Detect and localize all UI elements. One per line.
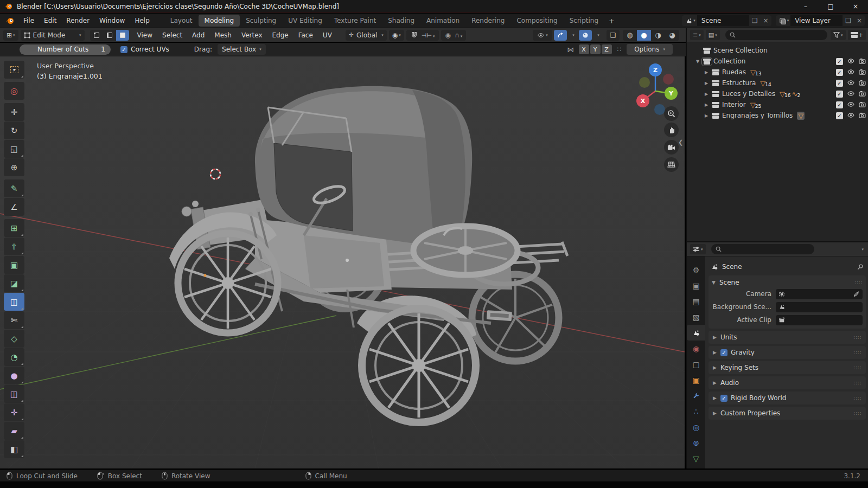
hide-eye-icon[interactable] <box>847 91 855 97</box>
tab-uv-editing[interactable]: UV Editing <box>282 15 328 27</box>
tab-sculpting[interactable]: Sculpting <box>240 15 282 27</box>
tool-poly-build[interactable]: ◇ <box>4 330 24 348</box>
disclosure-closed-icon[interactable]: ▶ <box>703 113 710 118</box>
tab-object-data[interactable]: ▽ <box>687 451 705 466</box>
minimize-button[interactable]: – <box>793 0 818 13</box>
collection-checkbox[interactable]: ✓ <box>836 101 843 108</box>
tool-spin[interactable]: ◔ <box>4 348 24 366</box>
tool-rip-region[interactable]: ◧ <box>4 440 24 458</box>
tab-particles[interactable]: ∴ <box>687 403 705 419</box>
section-units[interactable]: ▶Units ∷∷ <box>709 331 866 344</box>
zoom-button[interactable] <box>664 106 679 121</box>
tool-smooth[interactable]: ● <box>4 367 24 384</box>
camera-restrict-icon[interactable] <box>859 69 866 75</box>
view-layer-selector[interactable]: ▾ View Layer ❏ × <box>776 15 865 26</box>
tab-output[interactable]: ▤ <box>687 293 705 309</box>
drag-handle[interactable]: ∷∷ <box>853 380 861 386</box>
hide-eye-icon[interactable] <box>847 69 855 75</box>
tool-bevel[interactable]: ◪ <box>4 274 24 292</box>
menu-select[interactable]: Select <box>157 30 187 41</box>
drag-handle[interactable]: ∷∷ <box>853 395 861 401</box>
solid-shading-button[interactable]: ● <box>637 30 651 41</box>
correct-uvs-checkbox[interactable]: ✓ <box>120 46 127 53</box>
face-select-button[interactable] <box>116 30 129 41</box>
tab-collection[interactable]: ▢ <box>687 356 705 372</box>
edge-select-button[interactable] <box>103 30 116 41</box>
outliner-row-scene-collection[interactable]: Scene Collection <box>687 45 868 56</box>
material-shading-button[interactable]: ◑ <box>651 30 665 41</box>
xray-toggle[interactable]: ❏ <box>607 30 620 41</box>
viewport-canvas[interactable] <box>0 56 685 468</box>
show-gizmo-toggle[interactable] <box>554 30 567 41</box>
drag-mode-dropdown[interactable]: Select Box▾ <box>218 44 266 55</box>
tool-measure[interactable]: ∠ <box>4 198 24 216</box>
disclosure-closed-icon[interactable]: ▶ <box>703 102 710 107</box>
menu-edge[interactable]: Edge <box>267 30 293 41</box>
camera-restrict-icon[interactable] <box>859 58 866 64</box>
filter-dropdown[interactable]: ▾ <box>831 30 846 40</box>
tool-cursor[interactable]: ◎ <box>4 82 24 100</box>
pin-icon[interactable] <box>857 264 864 271</box>
gravity-checkbox[interactable]: ✓ <box>720 349 727 356</box>
menu-window[interactable]: Window <box>94 15 130 26</box>
panel-collapse-chevron[interactable]: ❮ <box>678 139 683 146</box>
section-audio[interactable]: ▶Audio ∷∷ <box>709 376 866 389</box>
tab-world[interactable]: ◉ <box>687 341 705 356</box>
pivot-point-dropdown[interactable]: ◉▾ <box>389 30 404 41</box>
editor-type-button[interactable]: ⊞▾ <box>3 30 18 41</box>
camera-restrict-icon[interactable] <box>859 101 866 107</box>
add-workspace-button[interactable]: + <box>604 17 619 25</box>
tab-scripting[interactable]: Scripting <box>564 15 604 27</box>
tab-view-layer[interactable]: ▧ <box>687 309 705 325</box>
falloff-dropdown[interactable]: ∩▾ <box>453 31 464 39</box>
viewport-3d[interactable]: User Perspective (3) Engranaje1.001 ➤ ◎ … <box>0 56 685 468</box>
tool-shear[interactable]: ▰ <box>4 422 24 440</box>
tool-annotate[interactable]: ✎ <box>4 179 24 197</box>
menu-face[interactable]: Face <box>293 30 318 41</box>
tool-move[interactable]: ✛ <box>4 103 24 121</box>
menu-vertex[interactable]: Vertex <box>237 30 267 41</box>
ortho-toggle-button[interactable] <box>664 157 679 172</box>
tool-edge-slide[interactable]: ◫ <box>4 385 24 403</box>
disclosure-closed-icon[interactable]: ▶ <box>703 92 710 97</box>
scene-name[interactable]: Scene <box>697 15 749 26</box>
visibility-dropdown[interactable]: ▾ <box>533 30 552 41</box>
outliner-row[interactable]: ▶ Interior ▽25 ✓ <box>687 99 868 110</box>
tool-transform[interactable]: ⊕ <box>4 158 24 176</box>
tab-modeling[interactable]: Modeling <box>199 15 240 27</box>
display-mode-dropdown[interactable]: ≡▾ <box>690 30 704 40</box>
menu-file[interactable]: File <box>18 15 39 26</box>
collection-checkbox[interactable]: ✓ <box>836 80 843 87</box>
menu-add[interactable]: Add <box>187 30 209 41</box>
transform-orientation-dropdown[interactable]: ✛ Global▾ <box>346 30 387 41</box>
tool-extrude-region[interactable]: ⇧ <box>4 237 24 255</box>
gizmo-dropdown[interactable]: ▾ <box>569 30 577 41</box>
tool-scale[interactable]: ◱ <box>4 140 24 158</box>
tool-shrink-fatten[interactable]: ✛ <box>4 403 24 421</box>
drag-handle[interactable]: ∷∷ <box>853 335 861 341</box>
tab-animation[interactable]: Animation <box>420 15 465 27</box>
tab-shading[interactable]: Shading <box>382 15 420 27</box>
properties-editor-type-button[interactable]: ▾ <box>690 244 706 254</box>
drag-handle[interactable]: ∷∷ <box>853 365 861 371</box>
tool-knife[interactable]: ✄ <box>4 311 24 329</box>
tool-rotate[interactable]: ↻ <box>4 121 24 139</box>
tab-render[interactable]: ▣ <box>687 278 705 293</box>
collection-checkbox[interactable]: ✓ <box>836 91 843 98</box>
snap-toggle[interactable] <box>409 31 420 40</box>
rigid-body-checkbox[interactable]: ✓ <box>720 395 727 402</box>
outliner-row[interactable]: ▶ Luces y Detalles ▽16 ∿2 ✓ <box>687 88 868 99</box>
scene-panel-header[interactable]: ▼ Scene ∷∷ <box>712 278 863 287</box>
menu-view[interactable]: View <box>132 30 157 41</box>
eyedropper-icon[interactable] <box>853 291 860 297</box>
outliner-row[interactable]: ▶ Engranajes y Tornillos ▽ ✓ <box>687 110 868 121</box>
tool-add-cube[interactable]: ⊞ <box>4 219 24 237</box>
tool-loop-cut[interactable]: ◫ <box>4 293 24 311</box>
mode-dropdown[interactable]: Edit Mode▾ <box>21 30 85 41</box>
close-button[interactable]: × <box>843 0 868 13</box>
outliner-row[interactable]: ▶ Ruedas ▽13 ✓ <box>687 67 868 78</box>
proportional-editing-toggle[interactable]: ◉ <box>443 31 453 39</box>
hide-eye-icon[interactable] <box>847 112 855 118</box>
tab-object[interactable]: ▣ <box>687 372 705 388</box>
snap-state-icon[interactable]: ∷ <box>617 46 622 53</box>
